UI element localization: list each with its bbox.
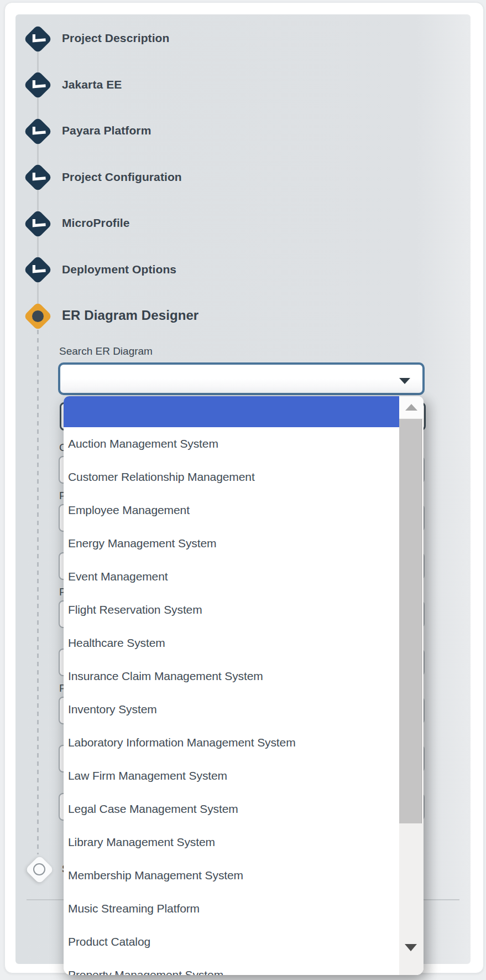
active-step-dot-icon — [32, 310, 44, 322]
dropdown-scrollbar — [399, 396, 424, 975]
er-diagram-dropdown: Auction Management SystemCustomer Relati… — [64, 396, 424, 975]
step-label: Payara Platform — [62, 124, 151, 137]
step-label: ER Diagram Designer — [62, 308, 198, 323]
option-item[interactable]: Energy Management System — [64, 527, 399, 560]
option-list: Auction Management SystemCustomer Relati… — [64, 396, 399, 975]
pending-step-circle-icon — [33, 863, 45, 875]
arrow-up-icon — [405, 404, 417, 411]
option-item[interactable]: Property Management System — [64, 958, 399, 975]
search-er-diagram-label: Search ER Diagram — [59, 345, 153, 357]
option-item[interactable]: Insurance Claim Management System — [64, 660, 399, 693]
stepper-connector-dashed — [37, 330, 39, 854]
scrollbar-thumb[interactable] — [399, 419, 422, 823]
step-label: Deployment Options — [62, 263, 176, 276]
step-label: Project Configuration — [62, 170, 182, 184]
option-item[interactable]: Event Management — [64, 560, 399, 593]
option-item[interactable]: Laboratory Information Management System — [64, 726, 399, 759]
option-item[interactable]: Law Firm Management System — [64, 759, 399, 792]
er-diagram-select[interactable] — [58, 362, 425, 395]
payara-starter-wizard: Project DescriptionJakarta EEPayara Plat… — [0, 0, 486, 980]
option-item[interactable]: Auction Management System — [64, 427, 399, 460]
option-item[interactable]: Flight Reservation System — [64, 593, 399, 626]
arrow-down-icon — [405, 944, 417, 951]
option-item[interactable]: Employee Management — [64, 494, 399, 527]
option-item[interactable]: Membership Management System — [64, 859, 399, 892]
step-label: Jakarta EE — [62, 78, 122, 91]
option-item[interactable]: Customer Relationship Management — [64, 460, 399, 494]
scrollbar-down-button[interactable] — [399, 936, 424, 958]
option-item[interactable]: Music Streaming Platform — [64, 892, 399, 925]
option-item[interactable]: Inventory System — [64, 693, 399, 726]
step-label: MicroProfile — [62, 216, 130, 230]
option-item[interactable]: Legal Case Management System — [64, 792, 399, 826]
option-empty-selected[interactable] — [64, 396, 399, 427]
chevron-down-icon — [399, 378, 410, 384]
step-label: Project Description — [62, 32, 169, 45]
option-item[interactable]: Product Catalog — [64, 925, 399, 958]
option-item[interactable]: Library Management System — [64, 826, 399, 859]
option-item[interactable]: Healthcare System — [64, 626, 399, 660]
scrollbar-up-button[interactable] — [399, 396, 424, 418]
